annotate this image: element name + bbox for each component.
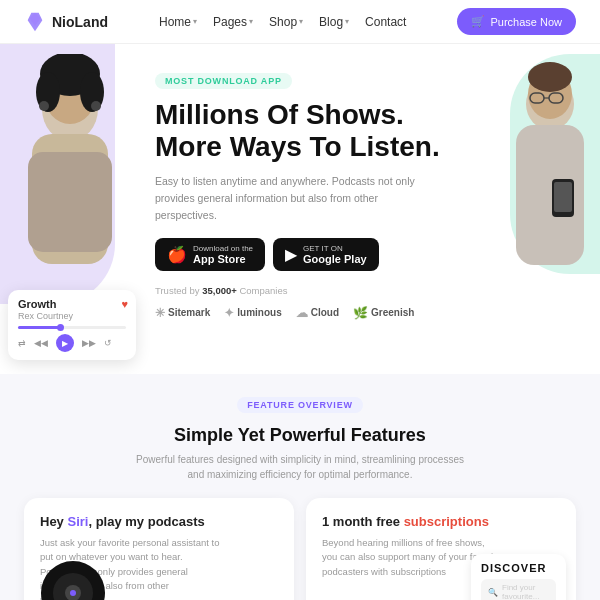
shuffle-button[interactable]: ⇄ <box>18 338 26 348</box>
hero-content: MOST DOWNLOAD APP Millions Of Shows. Mor… <box>145 44 490 320</box>
brand-luminous: ✦ luminous <box>224 306 281 320</box>
playstore-button[interactable]: ▶ GET IT ON Google Play <box>273 238 379 271</box>
prev-button[interactable]: ◀◀ <box>34 338 48 348</box>
person-left-silhouette <box>10 54 130 324</box>
navbar: NioLand Home ▾ Pages ▾ Shop ▾ Blog ▾ Con… <box>0 0 600 44</box>
search-mini-icon: 🔍 <box>488 588 498 597</box>
feature-card-siri: Hey Siri, play my podcasts Just ask your… <box>24 498 294 600</box>
feature-card-sub-title: 1 month free subscriptions <box>322 514 560 529</box>
nav-contact[interactable]: Contact <box>365 15 406 29</box>
features-badge: FEATURE OVERVIEW <box>237 397 362 413</box>
hero-badge: MOST DOWNLOAD APP <box>155 73 292 89</box>
feature-card-subscriptions: 1 month free subscriptions Beyond hearin… <box>306 498 576 600</box>
hero-person-image <box>0 44 140 324</box>
brand-greenish: 🌿 Greenish <box>353 306 414 320</box>
hero-title: Millions Of Shows. More Ways To Listen. <box>155 99 474 163</box>
svg-rect-19 <box>554 182 572 212</box>
svg-rect-10 <box>28 152 112 252</box>
features-section: FEATURE OVERVIEW Simple Yet Powerful Fea… <box>0 374 600 600</box>
logo[interactable]: NioLand <box>24 11 108 33</box>
nav-pages[interactable]: Pages ▾ <box>213 15 253 29</box>
trusted-line: Trusted by 35,000+ Companies <box>155 285 474 296</box>
hero-description: Easy to listen anytime and anywhere. Pod… <box>155 173 435 223</box>
svg-point-8 <box>39 101 49 111</box>
nav-blog[interactable]: Blog ▾ <box>319 15 349 29</box>
headphone-decoration <box>38 558 108 600</box>
hero-left-panel: ♥ Growth Rex Courtney ⇄ ◀◀ ▶ ▶▶ ↺ <box>0 44 145 374</box>
heart-icon: ♥ <box>121 298 128 310</box>
purchase-button[interactable]: 🛒 Purchase Now <box>457 8 576 35</box>
next-button[interactable]: ▶▶ <box>82 338 96 348</box>
svg-point-17 <box>528 62 572 92</box>
svg-point-9 <box>91 101 101 111</box>
nav-home[interactable]: Home ▾ <box>159 15 197 29</box>
logo-icon <box>24 11 46 33</box>
brand-logos: ✳ Sitemark ✦ luminous ☁ Cloud 🌿 Greenish <box>155 306 474 320</box>
player-subtitle: Rex Courtney <box>18 311 126 321</box>
hero-right-panel <box>490 44 600 374</box>
features-description: Powerful features designed with simplici… <box>130 452 470 482</box>
repeat-button[interactable]: ↺ <box>104 338 112 348</box>
features-grid: Hey Siri, play my podcasts Just ask your… <box>24 498 576 600</box>
progress-dot <box>57 324 64 331</box>
player-title: Growth <box>18 298 126 310</box>
player-progress-bar[interactable] <box>18 326 126 329</box>
svg-point-23 <box>70 590 76 596</box>
brand-cloud: ☁ Cloud <box>296 306 339 320</box>
features-title: Simple Yet Powerful Features <box>24 425 576 446</box>
discover-card: DISCOVER 🔍 Find your favourite... <box>471 554 566 600</box>
play-store-icon: ▶ <box>285 245 297 264</box>
store-buttons: 🍎 Download on the App Store ▶ GET IT ON … <box>155 238 474 271</box>
brand-sitemark: ✳ Sitemark <box>155 306 210 320</box>
apple-icon: 🍎 <box>167 245 187 264</box>
hero-section: ♥ Growth Rex Courtney ⇄ ◀◀ ▶ ▶▶ ↺ MOST D… <box>0 44 600 374</box>
nav-links: Home ▾ Pages ▾ Shop ▾ Blog ▾ Contact <box>159 15 406 29</box>
cart-icon: 🛒 <box>471 15 485 28</box>
trusted-count: 35,000+ <box>202 285 237 296</box>
play-button[interactable]: ▶ <box>56 334 74 352</box>
logo-text: NioLand <box>52 14 108 30</box>
appstore-button[interactable]: 🍎 Download on the App Store <box>155 238 265 271</box>
player-card: ♥ Growth Rex Courtney ⇄ ◀◀ ▶ ▶▶ ↺ <box>8 290 136 360</box>
features-header: FEATURE OVERVIEW <box>24 396 576 421</box>
player-progress-fill <box>18 326 61 329</box>
nav-shop[interactable]: Shop ▾ <box>269 15 303 29</box>
player-controls: ⇄ ◀◀ ▶ ▶▶ ↺ <box>18 334 126 352</box>
person-right-silhouette <box>500 59 600 339</box>
feature-card-siri-title: Hey Siri, play my podcasts <box>40 514 278 529</box>
